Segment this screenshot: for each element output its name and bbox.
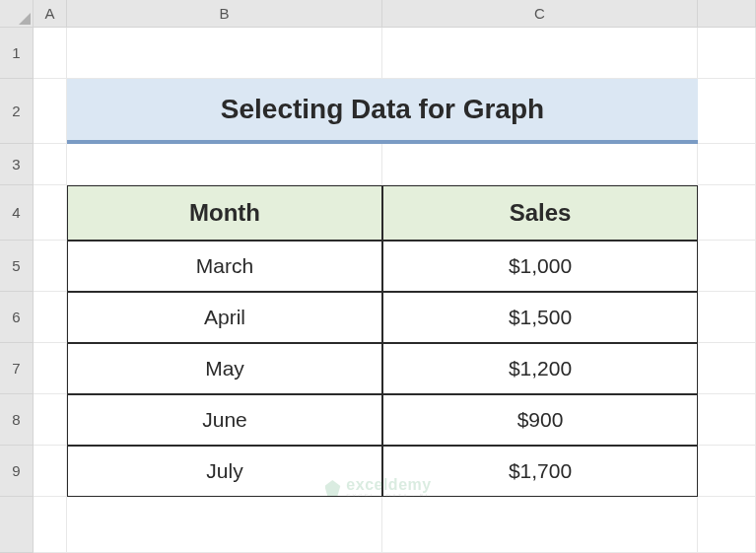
cell-a10[interactable]	[34, 497, 67, 553]
cell-a1[interactable]	[34, 28, 67, 79]
table-row[interactable]: July	[67, 446, 382, 497]
select-all-corner[interactable]	[0, 0, 34, 28]
cell-b1[interactable]	[67, 28, 382, 79]
table-row[interactable]: March	[67, 241, 382, 292]
row-header-2[interactable]: 2	[0, 79, 34, 144]
cell-d4[interactable]	[698, 185, 756, 241]
cell-d2[interactable]	[698, 79, 756, 144]
table-row[interactable]: $1,500	[382, 292, 698, 343]
cell-d6[interactable]	[698, 292, 756, 343]
cell-a8[interactable]	[34, 394, 67, 446]
cell-a5[interactable]	[34, 241, 67, 292]
page-title[interactable]: Selecting Data for Graph	[67, 79, 698, 144]
cell-c10[interactable]	[382, 497, 698, 553]
row-header-3[interactable]: 3	[0, 144, 34, 185]
cell-d9[interactable]	[698, 446, 756, 497]
cell-a3[interactable]	[34, 144, 67, 185]
cell-d1[interactable]	[698, 28, 756, 79]
table-row[interactable]: $1,000	[382, 241, 698, 292]
table-row[interactable]: June	[67, 394, 382, 446]
col-header-blank[interactable]	[698, 0, 756, 28]
table-header-sales[interactable]: Sales	[382, 185, 698, 241]
table-row[interactable]: $900	[382, 394, 698, 446]
cell-a4[interactable]	[34, 185, 67, 241]
cell-b10[interactable]	[67, 497, 382, 553]
table-header-month[interactable]: Month	[67, 185, 382, 241]
cell-a6[interactable]	[34, 292, 67, 343]
table-row[interactable]: $1,200	[382, 343, 698, 394]
cell-a9[interactable]	[34, 446, 67, 497]
row-header-4[interactable]: 4	[0, 185, 34, 241]
cell-a7[interactable]	[34, 343, 67, 394]
cell-d3[interactable]	[698, 144, 756, 185]
row-header-blank[interactable]	[0, 497, 34, 553]
cell-c1[interactable]	[382, 28, 698, 79]
table-row[interactable]: May	[67, 343, 382, 394]
col-header-b[interactable]: B	[67, 0, 382, 28]
row-header-6[interactable]: 6	[0, 292, 34, 343]
row-header-5[interactable]: 5	[0, 241, 34, 292]
cell-d7[interactable]	[698, 343, 756, 394]
cell-d8[interactable]	[698, 394, 756, 446]
row-header-7[interactable]: 7	[0, 343, 34, 394]
col-header-a[interactable]: A	[34, 0, 67, 28]
cell-b3[interactable]	[67, 144, 382, 185]
cell-d10[interactable]	[698, 497, 756, 553]
table-row[interactable]: $1,700	[382, 446, 698, 497]
cell-c3[interactable]	[382, 144, 698, 185]
spreadsheet-grid: A B C 1 2 3 4 5 6 7 8 9 Selecting Data f…	[0, 0, 756, 553]
col-header-c[interactable]: C	[382, 0, 698, 28]
table-row[interactable]: April	[67, 292, 382, 343]
row-header-9[interactable]: 9	[0, 446, 34, 497]
cell-a2[interactable]	[34, 79, 67, 144]
cell-d5[interactable]	[698, 241, 756, 292]
row-header-8[interactable]: 8	[0, 394, 34, 446]
row-header-1[interactable]: 1	[0, 28, 34, 79]
